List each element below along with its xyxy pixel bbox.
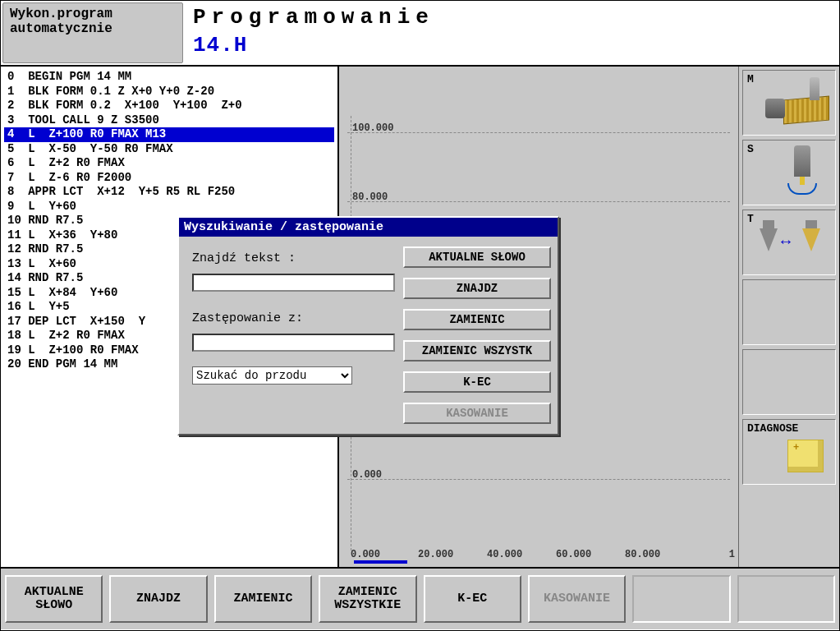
softkey-empty	[632, 575, 730, 623]
page-title: Programowanie	[193, 5, 831, 30]
side-label: S	[747, 143, 754, 155]
header: Wykon.program automatycznie Programowani…	[1, 1, 839, 67]
progress-bar	[354, 560, 407, 564]
side-box-s[interactable]: S	[742, 140, 836, 205]
find-button[interactable]: ZNAJDZ	[403, 278, 551, 299]
code-line[interactable]: 3 TOOL CALL 9 Z S3500	[4, 113, 334, 128]
xtick: 20.000	[418, 549, 453, 560]
delete-button[interactable]: KASOWANIE	[403, 403, 551, 424]
code-line[interactable]: 0 BEGIN PGM 14 MM	[4, 70, 334, 85]
softkey-delete[interactable]: KASOWANIE	[528, 575, 626, 623]
softkey-find[interactable]: ZNAJDZ	[109, 575, 207, 623]
code-line[interactable]: 6 L Z+2 R0 FMAX	[4, 156, 334, 171]
code-line[interactable]: 4 L Z+100 R0 FMAX M13	[4, 127, 334, 142]
replace-all-button[interactable]: ZAMIENIC WSZYSTK	[403, 340, 551, 362]
current-word-button[interactable]: AKTUALNE SŁOWO	[403, 246, 551, 268]
tool-swap-icon: ↔	[753, 220, 827, 261]
side-box-m[interactable]: M	[742, 70, 836, 136]
code-line[interactable]: 7 L Z-6 R0 F2000	[4, 171, 334, 186]
softkey-current-word[interactable]: AKTUALNE SŁOWO	[5, 575, 103, 623]
xtick: 80.000	[625, 549, 660, 560]
side-box-diagnose[interactable]: DIAGNOSE	[742, 419, 836, 485]
xtick: 60.000	[556, 549, 591, 560]
softkey-end[interactable]: K-EC	[424, 575, 521, 623]
mode-box: Wykon.program automatycznie	[2, 2, 183, 63]
side-box-t[interactable]: T ↔	[742, 210, 836, 275]
code-line[interactable]: 8 APPR LCT X+12 Y+5 R5 RL F250	[4, 185, 334, 200]
find-replace-dialog: Wyszukiwanie / zastępowanie Znajdź tekst…	[177, 216, 559, 435]
side-label: DIAGNOSE	[747, 422, 798, 435]
code-line[interactable]: 2 BLK FORM 0.2 X+100 Y+100 Z+0	[4, 99, 334, 113]
softkey-bar: AKTUALNE SŁOWO ZNAJDZ ZAMIENIC ZAMIENIC …	[1, 567, 839, 629]
softkey-replace[interactable]: ZAMIENIC	[214, 575, 312, 623]
side-box-empty[interactable]	[742, 349, 836, 415]
code-line[interactable]: 9 L Y+60	[4, 200, 334, 214]
dialog-title: Wyszukiwanie / zastępowanie	[179, 218, 558, 237]
title-box: Programowanie 14.H	[185, 1, 839, 65]
replace-label: Zastępowanie z:	[192, 311, 395, 325]
note-icon	[787, 440, 824, 472]
direction-select[interactable]: Szukać do przodu	[192, 366, 352, 385]
find-input[interactable]	[192, 274, 395, 292]
end-button[interactable]: K-EC	[403, 371, 551, 393]
program-name: 14.H	[193, 33, 831, 58]
side-label: M	[747, 73, 754, 85]
xtick: 1	[729, 549, 735, 560]
code-line[interactable]: 5 L X-50 Y-50 R0 FMAX	[4, 142, 334, 157]
softkey-replace-all[interactable]: ZAMIENIC WSZYSTKIE	[319, 575, 416, 623]
side-panel: M S T ↔ DIAGNOSE	[739, 67, 839, 567]
replace-input[interactable]	[192, 334, 395, 352]
code-line[interactable]: 1 BLK FORM 0.1 Z X+0 Y+0 Z-20	[4, 85, 334, 99]
machine-icon	[765, 77, 831, 122]
softkey-empty	[737, 575, 835, 623]
find-label: Znajdź tekst :	[192, 251, 395, 265]
xtick: 0.000	[351, 549, 380, 560]
spindle-icon	[794, 145, 810, 177]
replace-button[interactable]: ZAMIENIC	[403, 309, 551, 330]
side-box-empty[interactable]	[742, 279, 836, 345]
mode-text: Wykon.program automatycznie	[10, 7, 176, 36]
xtick: 40.000	[487, 549, 522, 560]
